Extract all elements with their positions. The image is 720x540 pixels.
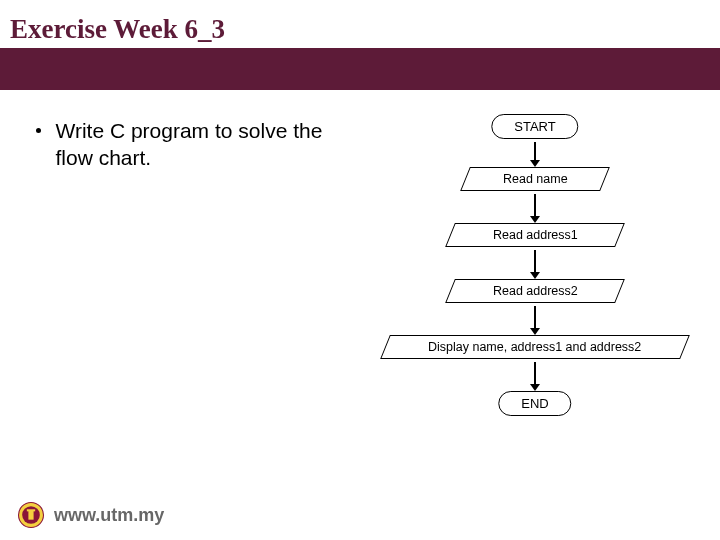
svg-rect-3	[27, 509, 35, 511]
arrow-down-icon	[530, 216, 540, 223]
flow-io-node-2: Read address1	[445, 223, 625, 247]
flow-io-node-4: Display name, address1 and address2	[380, 335, 690, 359]
flow-io-label: Read address2	[493, 284, 578, 298]
bullet-text: Write C program to solve the flow chart.	[55, 118, 335, 172]
flow-io-node-1: Read name	[460, 167, 610, 191]
flow-end-node: END	[498, 391, 571, 416]
arrow-line	[534, 306, 536, 328]
slide: Exercise Week 6_3 Write C program to sol…	[0, 0, 720, 540]
page-title: Exercise Week 6_3	[10, 14, 225, 45]
flow-io-label: Read address1	[493, 228, 578, 242]
arrow-line	[534, 362, 536, 384]
arrow-down-icon	[530, 384, 540, 391]
utm-logo-icon	[18, 502, 44, 528]
arrow-down-icon	[530, 328, 540, 335]
flowchart: START Read name Read address1 Read addre…	[370, 114, 700, 484]
flow-io-label: Read name	[503, 172, 568, 186]
flow-io-node-3: Read address2	[445, 279, 625, 303]
arrow-line	[534, 250, 536, 272]
footer-url: www.utm.my	[54, 505, 164, 526]
flow-start-node: START	[491, 114, 578, 139]
svg-rect-2	[28, 510, 33, 519]
arrow-down-icon	[530, 272, 540, 279]
footer: www.utm.my	[18, 502, 164, 528]
arrow-down-icon	[530, 160, 540, 167]
arrow-line	[534, 194, 536, 216]
flow-io-label: Display name, address1 and address2	[428, 340, 641, 354]
bullet-dot-icon	[36, 128, 41, 133]
arrow-line	[534, 142, 536, 160]
bullet-item: Write C program to solve the flow chart.	[36, 118, 356, 172]
